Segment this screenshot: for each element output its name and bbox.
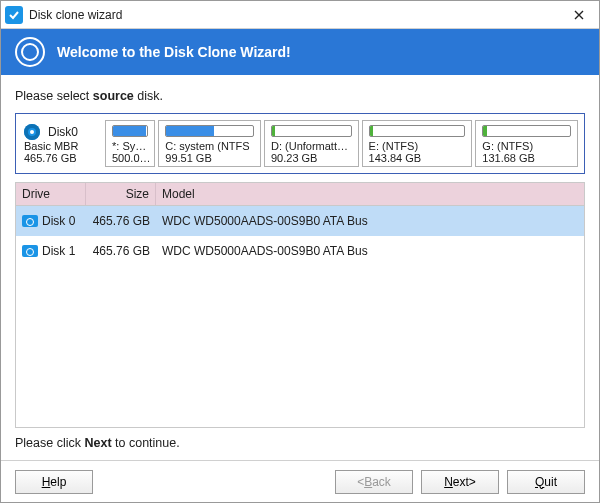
help-button[interactable]: Help [15, 470, 93, 494]
partition-size: 99.51 GB [165, 152, 254, 164]
disk-size: 465.76 GB [24, 152, 77, 164]
partition-name: *: Sys… [112, 140, 148, 152]
disk-clone-icon [15, 37, 45, 67]
quit-button[interactable]: Quit [507, 470, 585, 494]
hint-text: Please click Next to continue. [15, 436, 585, 450]
instruction-bold: source [93, 89, 134, 103]
partition-usage-fill [272, 126, 275, 136]
partition-usage-bar [112, 125, 148, 137]
partition-size: 131.68 GB [482, 152, 571, 164]
cell-model: WDC WD5000AADS-00S9B0 ATA Bus [156, 210, 584, 232]
banner: Welcome to the Disk Clone Wizard! [1, 29, 599, 75]
close-button[interactable] [559, 1, 599, 29]
disk-icon [24, 124, 44, 140]
partition-name: C: system (NTFS [165, 140, 254, 152]
partition[interactable]: C: system (NTFS99.51 GB [158, 120, 261, 167]
partition-usage-bar [369, 125, 466, 137]
hint-pre: Please click [15, 436, 84, 450]
instruction-post: disk. [134, 89, 163, 103]
cell-drive: Disk 0 [42, 214, 75, 228]
partition-usage-bar [482, 125, 571, 137]
back-button[interactable]: <Back [335, 470, 413, 494]
partition-usage-bar [271, 125, 352, 137]
disk-table: Drive Size Model Disk 0465.76 GBWDC WD50… [15, 182, 585, 428]
table-row[interactable]: Disk 0465.76 GBWDC WD5000AADS-00S9B0 ATA… [16, 206, 584, 236]
instruction-pre: Please select [15, 89, 93, 103]
cell-drive: Disk 1 [42, 244, 75, 258]
window-title: Disk clone wizard [29, 8, 122, 22]
partition-usage-fill [113, 126, 146, 136]
hint-bold: Next [84, 436, 111, 450]
partition-usage-bar [165, 125, 254, 137]
close-icon [573, 9, 585, 21]
partition-name: D: (Unformatt… [271, 140, 352, 152]
disk-row-icon [22, 215, 38, 227]
next-button[interactable]: Next> [421, 470, 499, 494]
wizard-window: Disk clone wizard Welcome to the Disk Cl… [0, 0, 600, 503]
partition-size: 90.23 GB [271, 152, 352, 164]
partition[interactable]: G: (NTFS)131.68 GB [475, 120, 578, 167]
disk-summary: Disk0 Basic MBR 465.76 GB [22, 120, 102, 167]
partition-size: 500.0… [112, 152, 148, 164]
col-model: Model [156, 183, 584, 205]
partition-name: G: (NTFS) [482, 140, 571, 152]
table-row[interactable]: Disk 1465.76 GBWDC WD5000AADS-00S9B0 ATA… [16, 236, 584, 266]
partition-name: E: (NTFS) [369, 140, 466, 152]
partition[interactable]: E: (NTFS)143.84 GB [362, 120, 473, 167]
table-body: Disk 0465.76 GBWDC WD5000AADS-00S9B0 ATA… [16, 206, 584, 427]
disk-type: Basic MBR [24, 140, 78, 152]
partition-usage-fill [166, 126, 214, 136]
cell-model: WDC WD5000AADS-00S9B0 ATA Bus [156, 240, 584, 262]
partition[interactable]: D: (Unformatt…90.23 GB [264, 120, 359, 167]
partition-usage-fill [483, 126, 486, 136]
partitions-row: *: Sys…500.0…C: system (NTFS99.51 GBD: (… [105, 120, 578, 167]
hint-post: to continue. [112, 436, 180, 450]
col-size: Size [86, 183, 156, 205]
partition-size: 143.84 GB [369, 152, 466, 164]
cell-size: 465.76 GB [86, 240, 156, 262]
col-drive: Drive [16, 183, 86, 205]
instruction-text: Please select source disk. [15, 89, 585, 103]
disk-row-icon [22, 245, 38, 257]
content-area: Please select source disk. Disk0 Basic M… [1, 75, 599, 460]
cell-size: 465.76 GB [86, 210, 156, 232]
app-icon [5, 6, 23, 24]
titlebar: Disk clone wizard [1, 1, 599, 29]
footer: Help <Back Next> Quit [1, 460, 599, 502]
disk-layout: Disk0 Basic MBR 465.76 GB *: Sys…500.0…C… [15, 113, 585, 174]
disk-name: Disk0 [48, 125, 78, 139]
banner-title: Welcome to the Disk Clone Wizard! [57, 44, 291, 60]
partition-usage-fill [370, 126, 374, 136]
partition[interactable]: *: Sys…500.0… [105, 120, 155, 167]
table-header: Drive Size Model [16, 183, 584, 206]
